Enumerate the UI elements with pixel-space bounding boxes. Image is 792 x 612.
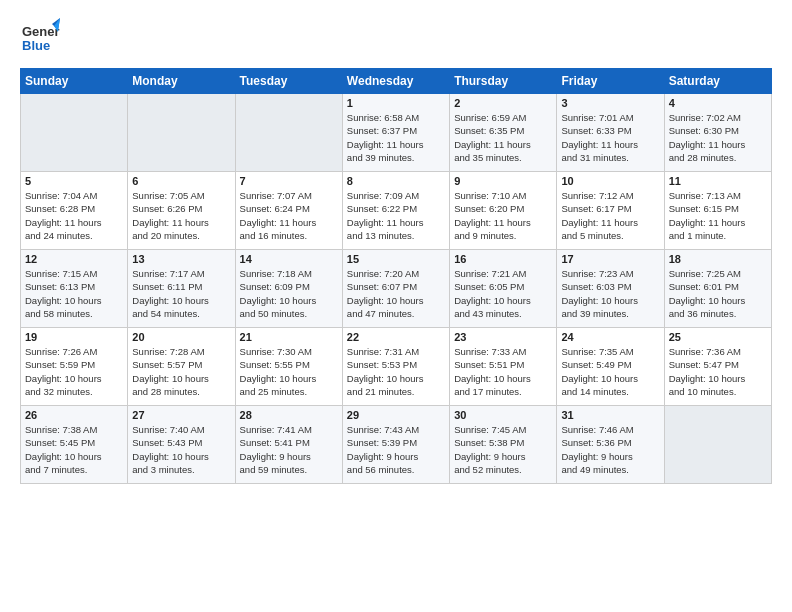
calendar-cell: 5Sunrise: 7:04 AM Sunset: 6:28 PM Daylig…	[21, 172, 128, 250]
day-info: Sunrise: 7:12 AM Sunset: 6:17 PM Dayligh…	[561, 189, 659, 242]
header: General Blue	[20, 16, 772, 60]
day-info: Sunrise: 7:17 AM Sunset: 6:11 PM Dayligh…	[132, 267, 230, 320]
calendar-cell: 2Sunrise: 6:59 AM Sunset: 6:35 PM Daylig…	[450, 94, 557, 172]
day-info: Sunrise: 7:31 AM Sunset: 5:53 PM Dayligh…	[347, 345, 445, 398]
logo-icon: General Blue	[20, 16, 60, 60]
day-info: Sunrise: 7:43 AM Sunset: 5:39 PM Dayligh…	[347, 423, 445, 476]
calendar-cell: 19Sunrise: 7:26 AM Sunset: 5:59 PM Dayli…	[21, 328, 128, 406]
calendar-cell: 3Sunrise: 7:01 AM Sunset: 6:33 PM Daylig…	[557, 94, 664, 172]
calendar-cell: 26Sunrise: 7:38 AM Sunset: 5:45 PM Dayli…	[21, 406, 128, 484]
day-info: Sunrise: 7:21 AM Sunset: 6:05 PM Dayligh…	[454, 267, 552, 320]
calendar-cell: 23Sunrise: 7:33 AM Sunset: 5:51 PM Dayli…	[450, 328, 557, 406]
calendar-week-4: 19Sunrise: 7:26 AM Sunset: 5:59 PM Dayli…	[21, 328, 772, 406]
calendar-cell: 13Sunrise: 7:17 AM Sunset: 6:11 PM Dayli…	[128, 250, 235, 328]
day-number: 27	[132, 409, 230, 421]
day-number: 15	[347, 253, 445, 265]
calendar-cell	[21, 94, 128, 172]
calendar-cell: 27Sunrise: 7:40 AM Sunset: 5:43 PM Dayli…	[128, 406, 235, 484]
day-info: Sunrise: 7:40 AM Sunset: 5:43 PM Dayligh…	[132, 423, 230, 476]
day-number: 22	[347, 331, 445, 343]
weekday-header-wednesday: Wednesday	[342, 69, 449, 94]
day-number: 11	[669, 175, 767, 187]
svg-text:Blue: Blue	[22, 38, 50, 53]
day-info: Sunrise: 7:07 AM Sunset: 6:24 PM Dayligh…	[240, 189, 338, 242]
day-number: 24	[561, 331, 659, 343]
calendar-cell: 22Sunrise: 7:31 AM Sunset: 5:53 PM Dayli…	[342, 328, 449, 406]
weekday-header-sunday: Sunday	[21, 69, 128, 94]
day-number: 29	[347, 409, 445, 421]
calendar-week-1: 1Sunrise: 6:58 AM Sunset: 6:37 PM Daylig…	[21, 94, 772, 172]
day-number: 12	[25, 253, 123, 265]
day-number: 23	[454, 331, 552, 343]
day-number: 13	[132, 253, 230, 265]
day-info: Sunrise: 7:41 AM Sunset: 5:41 PM Dayligh…	[240, 423, 338, 476]
day-number: 4	[669, 97, 767, 109]
calendar-cell	[235, 94, 342, 172]
calendar-cell: 24Sunrise: 7:35 AM Sunset: 5:49 PM Dayli…	[557, 328, 664, 406]
day-info: Sunrise: 7:04 AM Sunset: 6:28 PM Dayligh…	[25, 189, 123, 242]
calendar-cell: 15Sunrise: 7:20 AM Sunset: 6:07 PM Dayli…	[342, 250, 449, 328]
day-number: 25	[669, 331, 767, 343]
day-number: 16	[454, 253, 552, 265]
calendar-cell: 6Sunrise: 7:05 AM Sunset: 6:26 PM Daylig…	[128, 172, 235, 250]
calendar-cell: 29Sunrise: 7:43 AM Sunset: 5:39 PM Dayli…	[342, 406, 449, 484]
day-info: Sunrise: 7:38 AM Sunset: 5:45 PM Dayligh…	[25, 423, 123, 476]
calendar-cell: 8Sunrise: 7:09 AM Sunset: 6:22 PM Daylig…	[342, 172, 449, 250]
day-info: Sunrise: 7:25 AM Sunset: 6:01 PM Dayligh…	[669, 267, 767, 320]
day-info: Sunrise: 7:02 AM Sunset: 6:30 PM Dayligh…	[669, 111, 767, 164]
day-number: 28	[240, 409, 338, 421]
calendar-cell: 1Sunrise: 6:58 AM Sunset: 6:37 PM Daylig…	[342, 94, 449, 172]
day-number: 14	[240, 253, 338, 265]
day-info: Sunrise: 7:33 AM Sunset: 5:51 PM Dayligh…	[454, 345, 552, 398]
calendar-cell: 11Sunrise: 7:13 AM Sunset: 6:15 PM Dayli…	[664, 172, 771, 250]
day-number: 1	[347, 97, 445, 109]
day-number: 3	[561, 97, 659, 109]
calendar-cell	[664, 406, 771, 484]
weekday-header-tuesday: Tuesday	[235, 69, 342, 94]
day-info: Sunrise: 7:35 AM Sunset: 5:49 PM Dayligh…	[561, 345, 659, 398]
calendar-week-2: 5Sunrise: 7:04 AM Sunset: 6:28 PM Daylig…	[21, 172, 772, 250]
calendar-cell: 31Sunrise: 7:46 AM Sunset: 5:36 PM Dayli…	[557, 406, 664, 484]
day-info: Sunrise: 7:13 AM Sunset: 6:15 PM Dayligh…	[669, 189, 767, 242]
day-number: 7	[240, 175, 338, 187]
calendar-cell: 4Sunrise: 7:02 AM Sunset: 6:30 PM Daylig…	[664, 94, 771, 172]
day-number: 17	[561, 253, 659, 265]
calendar-cell: 17Sunrise: 7:23 AM Sunset: 6:03 PM Dayli…	[557, 250, 664, 328]
calendar-cell: 28Sunrise: 7:41 AM Sunset: 5:41 PM Dayli…	[235, 406, 342, 484]
day-number: 9	[454, 175, 552, 187]
weekday-header-monday: Monday	[128, 69, 235, 94]
page-container: General Blue SundayMondayTuesdayWednesda…	[0, 0, 792, 494]
day-info: Sunrise: 7:46 AM Sunset: 5:36 PM Dayligh…	[561, 423, 659, 476]
day-info: Sunrise: 7:05 AM Sunset: 6:26 PM Dayligh…	[132, 189, 230, 242]
day-info: Sunrise: 7:45 AM Sunset: 5:38 PM Dayligh…	[454, 423, 552, 476]
weekday-header-thursday: Thursday	[450, 69, 557, 94]
day-number: 20	[132, 331, 230, 343]
day-info: Sunrise: 7:18 AM Sunset: 6:09 PM Dayligh…	[240, 267, 338, 320]
weekday-header-friday: Friday	[557, 69, 664, 94]
day-info: Sunrise: 7:15 AM Sunset: 6:13 PM Dayligh…	[25, 267, 123, 320]
calendar-cell: 16Sunrise: 7:21 AM Sunset: 6:05 PM Dayli…	[450, 250, 557, 328]
calendar-week-3: 12Sunrise: 7:15 AM Sunset: 6:13 PM Dayli…	[21, 250, 772, 328]
day-info: Sunrise: 7:28 AM Sunset: 5:57 PM Dayligh…	[132, 345, 230, 398]
day-number: 18	[669, 253, 767, 265]
calendar-week-5: 26Sunrise: 7:38 AM Sunset: 5:45 PM Dayli…	[21, 406, 772, 484]
calendar-cell: 12Sunrise: 7:15 AM Sunset: 6:13 PM Dayli…	[21, 250, 128, 328]
calendar-cell: 14Sunrise: 7:18 AM Sunset: 6:09 PM Dayli…	[235, 250, 342, 328]
day-info: Sunrise: 7:26 AM Sunset: 5:59 PM Dayligh…	[25, 345, 123, 398]
day-info: Sunrise: 7:36 AM Sunset: 5:47 PM Dayligh…	[669, 345, 767, 398]
calendar-cell: 20Sunrise: 7:28 AM Sunset: 5:57 PM Dayli…	[128, 328, 235, 406]
logo: General Blue	[20, 16, 60, 60]
day-info: Sunrise: 7:10 AM Sunset: 6:20 PM Dayligh…	[454, 189, 552, 242]
weekday-header-row: SundayMondayTuesdayWednesdayThursdayFrid…	[21, 69, 772, 94]
day-number: 30	[454, 409, 552, 421]
day-info: Sunrise: 7:09 AM Sunset: 6:22 PM Dayligh…	[347, 189, 445, 242]
calendar-cell: 30Sunrise: 7:45 AM Sunset: 5:38 PM Dayli…	[450, 406, 557, 484]
calendar-cell: 9Sunrise: 7:10 AM Sunset: 6:20 PM Daylig…	[450, 172, 557, 250]
day-number: 6	[132, 175, 230, 187]
day-info: Sunrise: 7:20 AM Sunset: 6:07 PM Dayligh…	[347, 267, 445, 320]
calendar-table: SundayMondayTuesdayWednesdayThursdayFrid…	[20, 68, 772, 484]
day-info: Sunrise: 6:59 AM Sunset: 6:35 PM Dayligh…	[454, 111, 552, 164]
day-info: Sunrise: 7:23 AM Sunset: 6:03 PM Dayligh…	[561, 267, 659, 320]
calendar-cell: 25Sunrise: 7:36 AM Sunset: 5:47 PM Dayli…	[664, 328, 771, 406]
calendar-cell	[128, 94, 235, 172]
